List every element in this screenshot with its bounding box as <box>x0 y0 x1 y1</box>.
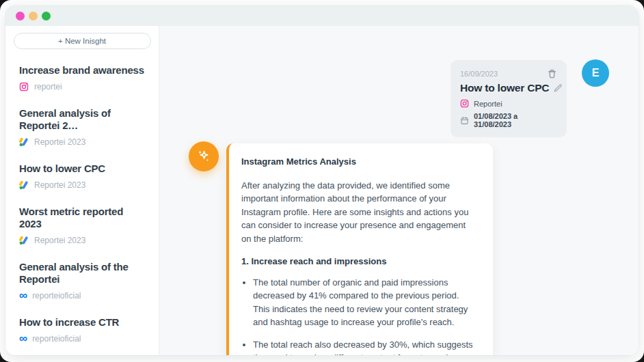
sidebar: + New Inisght Increase brand awareness r… <box>5 26 159 355</box>
insight-platform-row: ∞ reporteioficial <box>19 291 148 301</box>
insight-title: How to increase CTR <box>19 316 148 329</box>
traffic-light-close[interactable] <box>16 12 25 20</box>
insight-title: General analysis of Reportei 2… <box>19 107 148 132</box>
sidebar-item-how-to-increase-ctr[interactable]: How to increase CTR ∞ reporteioficial <box>19 316 148 344</box>
screen: + New Inisght Increase brand awareness r… <box>0 0 644 362</box>
insight-account: reporteioficial <box>32 334 81 344</box>
google-ads-icon <box>19 137 29 147</box>
insight-content-card: Instagram Metrics Analysis After analyzi… <box>226 143 493 355</box>
analysis-intro: After analyzing the data provided, we id… <box>241 179 477 246</box>
detail-period: 01/08/2023 a 31/08/2023 <box>474 112 557 128</box>
insight-account: Reportei 2023 <box>34 137 85 147</box>
analysis-bullet: The total reach also decreased by 30%, w… <box>253 338 477 356</box>
insight-account: reporteioficial <box>32 291 81 301</box>
window-body: + New Inisght Increase brand awareness r… <box>5 26 639 355</box>
traffic-light-minimize[interactable] <box>29 12 38 20</box>
user-avatar[interactable]: E <box>582 59 609 87</box>
insight-detail-title: How to lower CPC <box>460 82 549 94</box>
insight-title: Worst metric reported 2023 <box>19 206 148 230</box>
insight-platform-row: Reportei 2023 <box>19 137 148 147</box>
insight-platform-row: Reportei 2023 <box>19 236 148 245</box>
detail-period-row: 01/08/2023 a 31/08/2023 <box>460 112 557 128</box>
main-area: 16/09/2023 How to lower CPC <box>159 26 639 355</box>
detail-title-row: How to lower CPC <box>460 82 557 94</box>
trash-icon <box>547 68 557 79</box>
insight-account: Reportei 2023 <box>34 180 85 190</box>
edit-title-button[interactable] <box>553 83 563 93</box>
meta-icon: ∞ <box>19 335 27 343</box>
insight-list: Increase brand awareness reportei Genera… <box>5 49 159 344</box>
pencil-icon <box>553 83 563 93</box>
sidebar-item-increase-brand-awareness[interactable]: Increase brand awareness reportei <box>19 64 148 92</box>
insight-account: reportei <box>34 82 62 92</box>
sidebar-item-worst-metric-2023[interactable]: Worst metric reported 2023 Reportei 2023 <box>19 206 148 245</box>
sidebar-item-general-analysis-2023[interactable]: General analysis of Reportei 2… Reportei… <box>19 107 148 147</box>
sidebar-item-general-analysis-reportei[interactable]: General analysis of the Reportei ∞ repor… <box>19 261 148 301</box>
meta-icon: ∞ <box>19 292 27 300</box>
analysis-bullet: The total number of organic and paid imp… <box>253 276 477 329</box>
detail-account: Reportei <box>474 100 502 108</box>
detail-card-top: 16/09/2023 <box>460 68 557 79</box>
insight-account: Reportei 2023 <box>34 236 85 245</box>
new-insight-button[interactable]: + New Inisght <box>14 33 151 49</box>
insight-platform-row: Reportei 2023 <box>19 180 148 190</box>
insight-title: How to lower CPC <box>19 163 148 175</box>
instagram-icon <box>19 82 29 92</box>
analysis-heading: Instagram Metrics Analysis <box>241 155 477 169</box>
insight-date: 16/09/2023 <box>460 70 498 78</box>
insight-title: Increase brand awareness <box>19 64 148 76</box>
calendar-icon <box>460 116 469 125</box>
app-window: + New Inisght Increase brand awareness r… <box>5 5 639 355</box>
traffic-light-maximize[interactable] <box>42 12 51 20</box>
sparkle-icon <box>195 148 213 165</box>
sidebar-item-how-to-lower-cpc[interactable]: How to lower CPC Reportei 2023 <box>19 163 148 190</box>
window-titlebar <box>5 5 639 26</box>
detail-account-row: Reportei <box>460 99 557 108</box>
google-ads-icon <box>19 236 29 245</box>
instagram-icon <box>460 99 469 108</box>
insight-title: General analysis of the Reportei <box>19 261 148 286</box>
page-background: + New Inisght Increase brand awareness r… <box>0 0 644 362</box>
insight-platform-row: reportei <box>19 82 148 92</box>
ai-sparkle-button[interactable] <box>189 141 219 171</box>
insight-detail-card: 16/09/2023 How to lower CPC <box>451 60 567 137</box>
google-ads-icon <box>19 180 29 190</box>
analysis-section-1-title: 1. Increase reach and impressions <box>241 255 477 268</box>
analysis-section-1-list: The total number of organic and paid imp… <box>241 276 477 356</box>
delete-insight-button[interactable] <box>547 68 557 79</box>
insight-platform-row: ∞ reporteioficial <box>19 334 148 344</box>
